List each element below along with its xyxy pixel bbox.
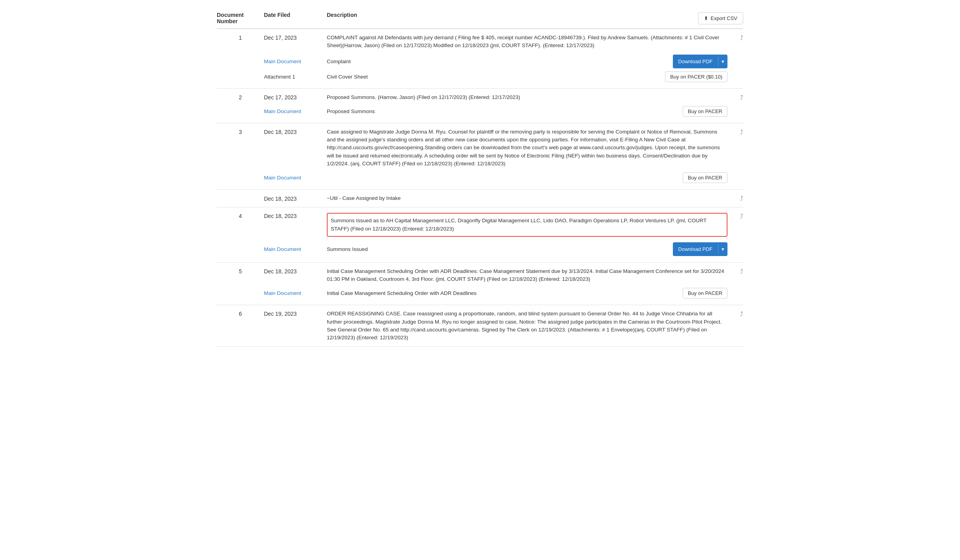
export-csv-button[interactable]: ⬆ Export CSV [698, 12, 743, 24]
row-main-grid: 2Dec 17, 2023Proposed Summons. (Harrow, … [217, 93, 743, 101]
row-main-grid: 3Dec 18, 2023Case assigned to Magistrate… [217, 128, 743, 168]
share-icon[interactable]: ⤴ [727, 128, 743, 136]
highlighted-description: Summons Issued as to AH Capital Manageme… [327, 213, 727, 237]
row-main-grid: 4Dec 18, 2023Summons Issued as to AH Cap… [217, 212, 743, 238]
description-cell: Case assigned to Magistrate Judge Donna … [327, 128, 727, 168]
date-filed-cell: Dec 18, 2023 [264, 195, 327, 202]
attachments-container: Main DocumentInitial Case Management Sch… [217, 286, 743, 300]
download-pdf-button[interactable]: Download PDF▾ [673, 55, 727, 68]
doc-number-cell: 4 [217, 212, 264, 219]
attachment-description: Initial Case Management Scheduling Order… [327, 290, 683, 296]
description-cell: ORDER REASSIGNING CASE. Case reassigned … [327, 310, 727, 342]
docket-row-row-1: 1Dec 17, 2023COMPLAINT against All Defen… [217, 29, 743, 89]
docket-row-row-util: Dec 18, 2023~Util - Case Assigned by Int… [217, 190, 743, 207]
share-icon[interactable]: ⤴ [727, 310, 743, 318]
main-document-link[interactable]: Main Document [264, 175, 301, 181]
attachments-container: Main DocumentComplaintDownload PDF▾Attac… [217, 53, 743, 84]
date-filed-cell: Dec 19, 2023 [264, 310, 327, 317]
date-filed-cell: Dec 18, 2023 [264, 212, 327, 219]
row-main-grid: 1Dec 17, 2023COMPLAINT against All Defen… [217, 34, 743, 50]
attachment-label: Main Document [264, 175, 327, 181]
date-filed-cell: Dec 17, 2023 [264, 93, 327, 101]
attachments-container: Main DocumentSummons IssuedDownload PDF▾ [217, 241, 743, 258]
page-container: DocumentNumber Date Filed Description ⬆ … [205, 0, 755, 355]
doc-number-cell: 1 [217, 34, 264, 41]
main-document-link[interactable]: Main Document [264, 246, 301, 252]
date-filed-cell: Dec 17, 2023 [264, 34, 327, 41]
attachment-row-0: Main DocumentComplaintDownload PDF▾ [217, 53, 743, 70]
docket-row-row-4: 4Dec 18, 2023Summons Issued as to AH Cap… [217, 207, 743, 263]
date-filed-cell: Dec 18, 2023 [264, 267, 327, 275]
attachment-action-cell: Download PDF▾ [673, 55, 743, 68]
attachment-row-1: Attachment 1Civil Cover SheetBuy on PACE… [217, 70, 743, 84]
attachment-label: Attachment 1 [264, 74, 327, 80]
share-icon[interactable]: ⤴ [727, 93, 743, 101]
download-pdf-label: Download PDF [673, 244, 718, 254]
download-pdf-button[interactable]: Download PDF▾ [673, 242, 727, 256]
doc-number-cell: 3 [217, 128, 264, 135]
docket-row-row-6: 6Dec 19, 2023ORDER REASSIGNING CASE. Cas… [217, 305, 743, 347]
buy-on-pacer-button[interactable]: Buy on PACER ($0.10) [665, 71, 727, 82]
description-cell: Initial Case Management Scheduling Order… [327, 267, 727, 284]
buy-on-pacer-button[interactable]: Buy on PACER [683, 288, 727, 298]
download-pdf-dropdown-arrow[interactable]: ▾ [718, 244, 727, 254]
docket-row-row-2: 2Dec 17, 2023Proposed Summons. (Harrow, … [217, 89, 743, 123]
attachment-description: Civil Cover Sheet [327, 74, 665, 80]
description-cell: COMPLAINT against All Defendants with ju… [327, 34, 727, 50]
attachment-description: Proposed Summons [327, 108, 683, 114]
download-pdf-btn-wrapper: Download PDF▾ [673, 242, 727, 256]
col-header-description: Description [327, 12, 698, 24]
column-headers: DocumentNumber Date Filed Description [217, 12, 698, 24]
attachment-row-0: Main DocumentProposed SummonsBuy on PACE… [217, 104, 743, 118]
docket-row-row-5: 5Dec 18, 2023Initial Case Management Sch… [217, 263, 743, 306]
download-pdf-dropdown-arrow[interactable]: ▾ [718, 57, 727, 66]
date-filed-cell: Dec 18, 2023 [264, 128, 327, 135]
main-document-link[interactable]: Main Document [264, 59, 301, 64]
share-icon[interactable]: ⤴ [727, 194, 743, 202]
share-icon[interactable]: ⤴ [727, 267, 743, 275]
attachment-row-0: Main DocumentBuy on PACER [217, 171, 743, 185]
description-cell: ~Util - Case Assigned by Intake [327, 194, 727, 202]
attachment-label: Main Document [264, 59, 327, 64]
attachment-row-0: Main DocumentSummons IssuedDownload PDF▾ [217, 241, 743, 258]
export-btn-label: Export CSV [711, 15, 737, 21]
attachment-label: Main Document [264, 290, 327, 296]
attachment-action-cell: Buy on PACER [683, 172, 743, 183]
buy-on-pacer-button[interactable]: Buy on PACER [683, 172, 727, 183]
doc-number-cell: 6 [217, 310, 264, 317]
row-main-grid: Dec 18, 2023~Util - Case Assigned by Int… [217, 194, 743, 202]
attachments-container: Main DocumentProposed SummonsBuy on PACE… [217, 104, 743, 118]
attachment-description: Summons Issued [327, 246, 673, 252]
attachment-row-0: Main DocumentInitial Case Management Sch… [217, 286, 743, 300]
doc-number-cell: 2 [217, 93, 264, 101]
description-cell: Summons Issued as to AH Capital Manageme… [327, 212, 727, 238]
attachment-label: Main Document [264, 108, 327, 114]
attachment-action-cell: Buy on PACER ($0.10) [665, 71, 743, 82]
download-pdf-label: Download PDF [673, 57, 718, 66]
docket-rows: 1Dec 17, 2023COMPLAINT against All Defen… [217, 29, 743, 347]
doc-number-cell [217, 198, 264, 199]
row-main-grid: 5Dec 18, 2023Initial Case Management Sch… [217, 267, 743, 284]
main-document-link[interactable]: Main Document [264, 290, 301, 296]
buy-on-pacer-button[interactable]: Buy on PACER [683, 106, 727, 117]
share-icon[interactable]: ⤴ [727, 34, 743, 42]
attachment-action-cell: Buy on PACER [683, 106, 743, 117]
attachment-action-cell: Download PDF▾ [673, 242, 743, 256]
main-document-link[interactable]: Main Document [264, 108, 301, 114]
docket-row-row-3: 3Dec 18, 2023Case assigned to Magistrate… [217, 123, 743, 190]
download-pdf-btn-wrapper: Download PDF▾ [673, 55, 727, 68]
attachments-container: Main DocumentBuy on PACER [217, 171, 743, 185]
share-icon[interactable]: ⤴ [727, 212, 743, 220]
attachment-label: Main Document [264, 246, 327, 252]
col-header-date-filed: Date Filed [264, 12, 327, 24]
doc-number-cell: 5 [217, 267, 264, 275]
attachment-action-cell: Buy on PACER [683, 288, 743, 298]
table-header: DocumentNumber Date Filed Description ⬆ … [217, 8, 743, 29]
attachment-description: Complaint [327, 59, 673, 64]
row-main-grid: 6Dec 19, 2023ORDER REASSIGNING CASE. Cas… [217, 310, 743, 342]
col-header-doc-number: DocumentNumber [217, 12, 264, 24]
description-cell: Proposed Summons. (Harrow, Jason) (Filed… [327, 93, 727, 101]
export-icon: ⬆ [704, 15, 708, 21]
